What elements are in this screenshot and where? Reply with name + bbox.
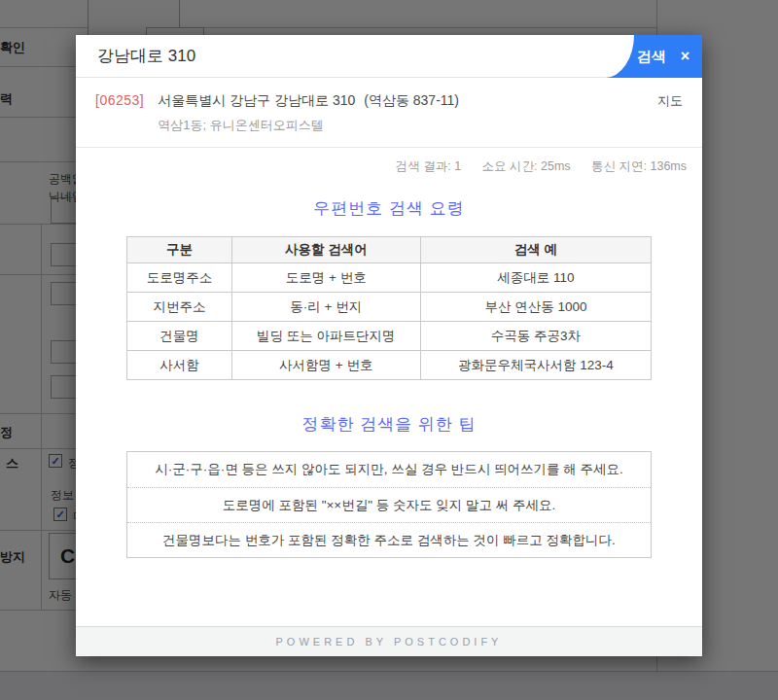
dialog-header: 검색 ×	[76, 35, 702, 78]
guide-cell: 세종대로 110	[420, 263, 651, 293]
result-address: 서울특별시 강남구 강남대로 310	[158, 92, 355, 108]
tip-item: 도로명에 포함된 "××번길" 등 숫자도 잊지 말고 써 주세요.	[127, 487, 651, 522]
search-button-area: 검색 ×	[605, 35, 702, 78]
table-row: 건물명 빌딩 또는 아파트단지명 수곡동 주공3차	[127, 322, 652, 351]
guide-header-cell: 사용할 검색어	[231, 237, 420, 263]
search-stats: 검색 결과: 1 소요 시간: 25ms 통신 지연: 136ms	[76, 148, 702, 175]
guide-title: 우편번호 검색 요령	[76, 197, 702, 220]
guide-cell: 사서함명 + 번호	[231, 351, 420, 380]
search-input[interactable]	[97, 35, 457, 77]
header-swoosh-shape	[605, 35, 634, 78]
result-address-block: 서울특별시 강남구 강남대로 310(역삼동 837-11) 역삼1동; 유니온…	[158, 92, 459, 134]
close-icon[interactable]: ×	[681, 48, 690, 65]
tip-item: 시·군·구·읍·면 등은 쓰지 않아도 되지만, 쓰실 경우 반드시 띄어쓰기를…	[127, 452, 651, 487]
powered-by-footer: POWERED BY POSTCODIFY	[76, 626, 702, 656]
tips-box: 시·군·구·읍·면 등은 쓰지 않아도 되지만, 쓰실 경우 반드시 띄어쓰기를…	[126, 451, 652, 558]
screen: 확인 력 공백없 닉네임 정 스 ✓ 정 정보 ✓ 다 방지 C 자동 검색 ×…	[0, 0, 778, 700]
result-secondary: 역삼1동; 유니온센터오피스텔	[158, 117, 459, 134]
result-row[interactable]: [06253] 서울특별시 강남구 강남대로 310(역삼동 837-11) 역…	[76, 78, 702, 134]
search-button[interactable]: 검색	[637, 48, 666, 66]
guide-cell: 도로명주소	[127, 263, 232, 293]
guide-cell: 동·리 + 번지	[231, 293, 420, 322]
table-row: 지번주소 동·리 + 번지 부산 연산동 1000	[127, 293, 652, 322]
guide-cell: 빌딩 또는 아파트단지명	[231, 322, 420, 351]
table-row: 도로명주소 도로명 + 번호 세종대로 110	[127, 263, 652, 293]
guide-header-cell: 검색 예	[420, 237, 651, 263]
tips-title: 정확한 검색을 위한 팁	[76, 413, 702, 436]
guide-cell: 광화문우체국사서함 123-4	[420, 351, 651, 380]
table-row: 사서함 사서함명 + 번호 광화문우체국사서함 123-4	[127, 351, 652, 380]
guide-cell: 건물명	[127, 322, 232, 351]
stat-results: 검색 결과: 1	[396, 159, 461, 173]
guide-header-cell: 구분	[127, 237, 232, 263]
tip-item: 건물명보다는 번호가 포함된 정확한 주소로 검색하는 것이 빠르고 정확합니다…	[127, 522, 651, 557]
guide-header-row: 구분 사용할 검색어 검색 예	[127, 237, 652, 263]
guide-cell: 도로명 + 번호	[231, 263, 420, 293]
stat-time: 소요 시간: 25ms	[482, 159, 571, 173]
postcode-search-dialog: 검색 × [06253] 서울특별시 강남구 강남대로 310(역삼동 837-…	[76, 35, 702, 656]
map-link[interactable]: 지도	[646, 92, 683, 110]
guide-cell: 지번주소	[127, 293, 232, 322]
search-guide-table: 구분 사용할 검색어 검색 예 도로명주소 도로명 + 번호 세종대로 110 …	[126, 236, 652, 380]
result-jibun: (역삼동 837-11)	[364, 92, 459, 108]
result-postcode: [06253]	[95, 92, 144, 108]
guide-cell: 사서함	[127, 351, 232, 380]
guide-cell: 부산 연산동 1000	[420, 293, 651, 322]
stat-latency: 통신 지연: 136ms	[591, 159, 687, 173]
guide-cell: 수곡동 주공3차	[420, 322, 651, 351]
